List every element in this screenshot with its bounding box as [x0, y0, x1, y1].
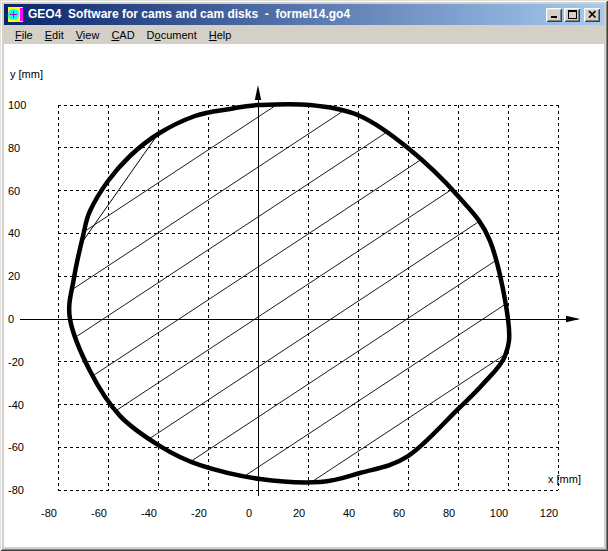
x-tick-label: 120 — [540, 507, 558, 519]
hatch-line — [21, 95, 596, 474]
menu-item-document[interactable]: Document — [142, 27, 202, 43]
hatch-line — [21, 45, 596, 424]
cam-bar-icon — [20, 8, 23, 21]
y-tick-label: -20 — [8, 356, 24, 368]
plot-canvas: -80-60-40-20020406080100120100806040200-… — [4, 44, 604, 547]
maximize-button[interactable] — [564, 8, 580, 22]
y-tick-label: 100 — [8, 99, 26, 111]
y-tick-label: 80 — [8, 142, 20, 154]
y-tick-label: -80 — [8, 484, 24, 496]
y-tick-label: 40 — [8, 227, 20, 239]
x-axis-arrow-icon — [566, 316, 580, 322]
cam-outline-path — [69, 104, 509, 482]
flank-line — [83, 134, 158, 241]
menu-bar: FileEditViewCADDocumentHelp — [4, 25, 604, 44]
minimize-icon — [550, 10, 559, 19]
app-window: GEO4 Software for cams and cam disks - f… — [0, 0, 608, 551]
y-tick-label: -40 — [8, 399, 24, 411]
menu-item-cad[interactable]: CAD — [106, 27, 139, 43]
maximize-icon — [568, 10, 577, 19]
minimize-button[interactable] — [546, 8, 562, 22]
x-tick-label: -20 — [191, 507, 207, 519]
title-bar[interactable]: GEO4 Software for cams and cam disks - f… — [4, 4, 604, 25]
x-tick-label: -60 — [91, 507, 107, 519]
menu-item-help[interactable]: Help — [204, 27, 237, 43]
app-icon — [8, 7, 23, 22]
crosshair-icon — [13, 11, 14, 18]
x-tick-label: -40 — [141, 507, 157, 519]
y-axis-label: y [mm] — [10, 68, 43, 80]
menu-item-view[interactable]: View — [71, 27, 105, 43]
menu-item-file[interactable]: File — [10, 27, 38, 43]
window-title: GEO4 Software for cams and cam disks - f… — [28, 4, 544, 25]
x-tick-label: 60 — [393, 507, 405, 519]
close-icon — [588, 10, 597, 19]
close-button[interactable] — [584, 8, 600, 22]
y-tick-label: 60 — [8, 185, 20, 197]
x-tick-label: 40 — [343, 507, 355, 519]
x-tick-label: 20 — [293, 507, 305, 519]
x-tick-label: 100 — [490, 507, 508, 519]
x-axis-label: x [mm] — [548, 473, 581, 485]
y-tick-label: 0 — [8, 313, 14, 325]
y-tick-label: -60 — [8, 441, 24, 453]
y-axis-arrow-icon — [255, 85, 261, 100]
window-controls — [544, 8, 600, 22]
x-tick-label: -80 — [41, 507, 57, 519]
y-tick-label: 20 — [8, 270, 20, 282]
plot-area: -80-60-40-20020406080100120100806040200-… — [4, 44, 604, 547]
x-tick-label: 0 — [246, 507, 252, 519]
menu-item-edit[interactable]: Edit — [40, 27, 69, 43]
x-tick-label: 80 — [443, 507, 455, 519]
